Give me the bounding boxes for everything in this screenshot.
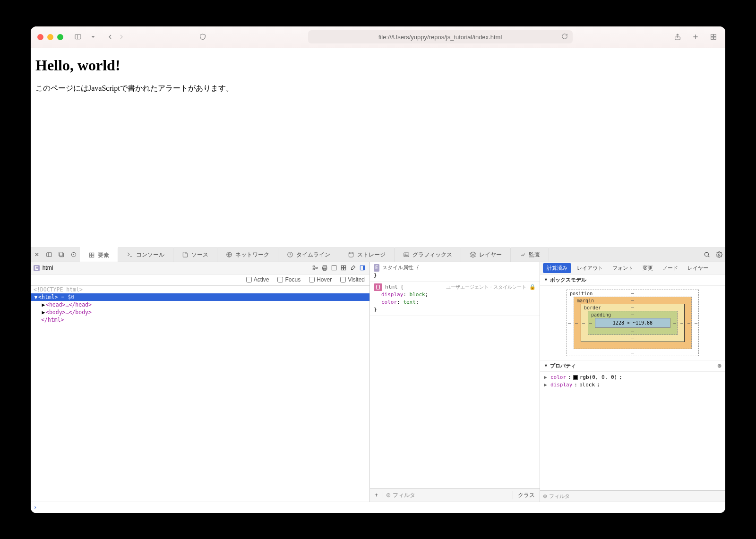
devtools-settings-icon[interactable] xyxy=(713,248,725,262)
dom-html-close[interactable]: </html> xyxy=(31,316,369,324)
state-visited[interactable]: Visited xyxy=(340,276,365,283)
state-focus[interactable]: Focus xyxy=(277,276,301,283)
svg-rect-29 xyxy=(313,266,315,267)
shield-icon[interactable] xyxy=(198,32,208,42)
prop-display[interactable]: ▶display: block; xyxy=(544,381,722,389)
tab-storage[interactable]: ストレージ xyxy=(339,248,395,262)
properties-more-icon: ⊜ xyxy=(717,363,722,369)
element-badge: E xyxy=(34,265,40,271)
svg-rect-7 xyxy=(711,37,713,40)
styles-filter-bar: + ⊜ フィルタ クラス xyxy=(370,488,540,502)
rtab-computed[interactable]: 計算済み xyxy=(543,263,571,273)
address-bar[interactable]: file:///Users/yuppy/repos/js_tutorial/in… xyxy=(308,30,573,43)
svg-rect-15 xyxy=(89,253,91,255)
forward-button[interactable] xyxy=(116,32,127,42)
brush-icon[interactable] xyxy=(349,264,357,272)
svg-rect-16 xyxy=(92,253,94,255)
devtools-close-icon[interactable]: ✕ xyxy=(31,248,43,262)
computed-column: 計算済み レイアウト フォント 変更 ノード レイヤー ▼ボックスモデル pos… xyxy=(540,262,725,502)
dock-detach-icon[interactable] xyxy=(55,248,68,262)
computed-tabs: 計算済み レイアウト フォント 変更 ノード レイヤー xyxy=(540,262,725,274)
dom-doctype[interactable]: <!DOCTYPE html> xyxy=(31,286,369,293)
svg-rect-8 xyxy=(714,37,716,40)
tabs-overview-icon[interactable] xyxy=(708,32,719,42)
computed-filter-bar[interactable]: ⊜ フィルタ xyxy=(540,490,725,502)
rtab-changes[interactable]: 変更 xyxy=(639,263,657,273)
boxmodel-header[interactable]: ▼ボックスモデル xyxy=(540,274,725,286)
dom-head[interactable]: ▶<head>…</head> xyxy=(31,301,369,308)
dom-body[interactable]: ▶<body>…</body> xyxy=(31,308,369,316)
add-rule-button[interactable]: + xyxy=(370,492,383,498)
computed-properties: ▶color: rgb(0, 0, 0); ▶display: block; xyxy=(540,372,725,391)
tab-elements[interactable]: 要素 xyxy=(80,248,118,262)
style-attributes-block[interactable]: Eスタイル属性 { } xyxy=(370,262,540,282)
breadcrumb-html[interactable]: html xyxy=(43,265,53,271)
fullscreen-icon[interactable] xyxy=(330,264,338,272)
svg-rect-12 xyxy=(59,252,63,256)
print-icon[interactable] xyxy=(320,264,329,272)
new-tab-icon[interactable] xyxy=(690,32,701,42)
sidebar-toggle-icon[interactable] xyxy=(73,32,83,42)
tab-network[interactable]: ネットワーク xyxy=(217,248,278,262)
devtools-search-icon[interactable] xyxy=(701,248,713,262)
svg-point-28 xyxy=(718,254,720,256)
rtab-layers[interactable]: レイヤー xyxy=(684,263,712,273)
console-drawer[interactable]: › xyxy=(31,502,725,513)
classes-toggle-button[interactable]: クラス xyxy=(513,491,540,499)
styles-filter-input[interactable]: ⊜ フィルタ xyxy=(383,491,513,499)
color-swatch xyxy=(573,375,578,380)
boxmodel-content-dims: 1228 × ~119.88 xyxy=(595,318,670,328)
element-picker-icon[interactable] xyxy=(68,248,80,262)
box-model-diagram: position –––– margin –––– border –––– pa… xyxy=(540,286,725,360)
tab-layers[interactable]: レイヤー xyxy=(461,248,511,262)
grid-icon[interactable] xyxy=(339,264,348,272)
filter-icon: ⊜ xyxy=(386,492,391,498)
dom-html-open[interactable]: ▼<html> = $0 xyxy=(31,293,369,301)
svg-point-24 xyxy=(405,254,406,255)
tab-sources[interactable]: ソース xyxy=(173,248,217,262)
svg-point-26 xyxy=(704,252,708,256)
svg-rect-32 xyxy=(323,265,326,267)
dom-breadcrumb-bar: E html xyxy=(31,262,369,274)
page-paragraph: このページにはJavaScriptで書かれたアラートがあります。 xyxy=(35,84,721,94)
svg-rect-41 xyxy=(363,265,365,270)
console-prompt-icon: › xyxy=(34,504,37,511)
rtab-layout[interactable]: レイアウト xyxy=(573,263,607,273)
svg-point-14 xyxy=(73,254,74,255)
page-heading: Hello, world! xyxy=(35,57,721,74)
svg-rect-36 xyxy=(341,265,343,267)
back-button[interactable] xyxy=(105,32,115,42)
dom-tree[interactable]: <!DOCTYPE html> ▼<html> = $0 ▶<head>…</h… xyxy=(31,286,369,502)
rtab-node[interactable]: ノード xyxy=(659,263,682,273)
svg-rect-5 xyxy=(711,34,713,37)
properties-header[interactable]: ▼プロパティ⊜ xyxy=(540,360,725,372)
prop-color[interactable]: ▶color: rgb(0, 0, 0); xyxy=(544,374,722,381)
tab-timeline[interactable]: タイムライン xyxy=(278,248,339,262)
rtab-font[interactable]: フォント xyxy=(609,263,637,273)
state-hover[interactable]: Hover xyxy=(309,276,332,283)
dom-column: E html Active Focus Hover Visite xyxy=(31,262,370,502)
svg-rect-0 xyxy=(75,34,81,39)
state-active[interactable]: Active xyxy=(246,276,269,283)
tab-audits[interactable]: 監査 xyxy=(511,248,549,262)
reload-icon[interactable] xyxy=(561,33,568,41)
tab-graphics[interactable]: グラフィックス xyxy=(395,248,461,262)
tree-outline-icon[interactable] xyxy=(311,264,319,272)
share-icon[interactable] xyxy=(672,32,683,42)
styles-column: Eスタイル属性 { } {}html {ユーザエージェント・スタイルシート 🔒 … xyxy=(370,262,540,502)
svg-rect-17 xyxy=(89,256,91,257)
svg-rect-37 xyxy=(344,265,346,267)
dock-left-icon[interactable] xyxy=(43,248,55,262)
safari-window: file:///Users/yuppy/repos/js_tutorial/in… xyxy=(31,26,725,513)
address-bar-text: file:///Users/yuppy/repos/js_tutorial/in… xyxy=(378,34,502,41)
svg-point-22 xyxy=(349,252,353,254)
svg-rect-6 xyxy=(714,34,716,37)
tab-dropdown-icon[interactable] xyxy=(88,32,98,42)
style-html-block[interactable]: {}html {ユーザエージェント・スタイルシート 🔒 display: blo… xyxy=(370,282,540,316)
close-window-button[interactable] xyxy=(37,34,43,40)
traffic-lights xyxy=(37,34,63,40)
toggle-styles-pane-icon[interactable] xyxy=(358,264,367,272)
minimize-window-button[interactable] xyxy=(47,34,53,40)
tab-console[interactable]: コンソール xyxy=(118,248,173,262)
zoom-window-button[interactable] xyxy=(57,34,63,40)
